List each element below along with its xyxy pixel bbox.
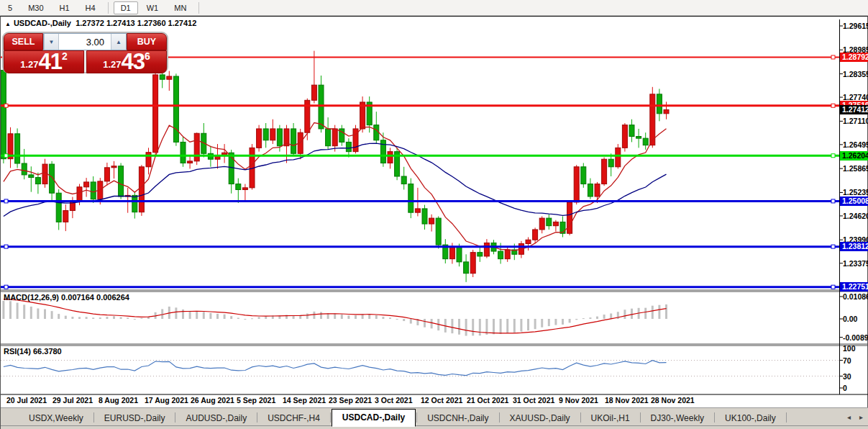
date-tick-label: 31 Oct 2021: [513, 396, 554, 405]
timeframe-toolbar: 5M30H1H4D1W1MN: [0, 0, 868, 16]
candle: [332, 129, 337, 146]
macd-indicator-label: MACD(12,26,9) 0.007164 0.006264: [4, 293, 129, 302]
chart-canvas: [1, 17, 868, 407]
candle: [374, 125, 379, 140]
line-handle[interactable]: [4, 104, 8, 107]
tabs-scroll-right-icon[interactable]: ▸: [859, 413, 863, 421]
toolbar-separator: [198, 2, 199, 14]
tabs-scroll-left-icon[interactable]: ◂: [847, 413, 851, 421]
candle: [291, 129, 296, 153]
toolbar-separator: [108, 2, 109, 14]
rsi-indicator-label: RSI(14) 66.3780: [4, 347, 62, 356]
price-badge: 1.26204: [840, 151, 868, 161]
date-tick-label: 8 Aug 2021: [99, 396, 138, 405]
line-handle[interactable]: [831, 199, 835, 203]
date-tick-label: 17 Aug 2021: [145, 396, 188, 405]
symbol-tab-UK100[interactable]: UK100-,Daily: [716, 410, 785, 425]
timeframe-button-H1[interactable]: H1: [52, 1, 77, 14]
timeframe-button-MN[interactable]: MN: [167, 1, 193, 14]
symbol-tab-XAUUSD[interactable]: XAUUSD-,Daily: [501, 410, 580, 425]
line-handle[interactable]: [4, 154, 8, 158]
candle: [91, 182, 96, 199]
line-handle[interactable]: [831, 55, 835, 59]
macd-tick-label: -0.008974: [843, 333, 868, 342]
price-tick-label: 1.26495: [843, 140, 868, 149]
symbol-tab-USDX[interactable]: USDX,Weekly: [19, 410, 93, 425]
chevron-up-icon: ▲: [116, 39, 122, 45]
candle: [181, 142, 186, 163]
candle: [629, 125, 634, 137]
rsi-tick-label: 70: [843, 356, 851, 365]
timeframe-button-W1[interactable]: W1: [140, 1, 166, 14]
buy-price-main: 43: [122, 51, 145, 72]
buy-button[interactable]: BUY: [127, 33, 167, 50]
sell-price-display[interactable]: 1.27412: [4, 50, 84, 73]
line-handle[interactable]: [4, 245, 8, 248]
timeframe-button-M30[interactable]: M30: [21, 1, 50, 14]
candle: [415, 209, 420, 212]
tab-separator: [257, 412, 257, 423]
date-tick-label: 18 Nov 2021: [605, 396, 649, 405]
candle: [194, 133, 199, 161]
date-tick-label: 12 Oct 2021: [421, 396, 462, 405]
candle: [547, 218, 552, 226]
candle: [650, 94, 655, 145]
candle: [139, 167, 144, 212]
candle: [643, 138, 648, 145]
symbol-tab-USDCAD[interactable]: USDCAD-,Daily: [332, 409, 416, 427]
collapse-arrow-icon[interactable]: ▲: [5, 21, 11, 27]
candle: [401, 176, 406, 184]
candle: [84, 182, 89, 187]
candle: [188, 161, 193, 163]
line-handle[interactable]: [831, 154, 835, 158]
date-tick-label: 14 Sep 2021: [283, 396, 326, 405]
chart-window: ▲USDCAD-,Daily 1.27372 1.27413 1.27360 1…: [0, 16, 868, 429]
line-handle[interactable]: [831, 104, 835, 107]
symbol-tab-EURUSD[interactable]: EURUSD-,Daily: [95, 410, 175, 425]
sell-price-main: 41: [39, 51, 62, 72]
timeframe-button-5[interactable]: 5: [1, 1, 19, 14]
candle: [457, 247, 462, 262]
chart-ohlc-values: 1.27372 1.27413 1.27360 1.27412: [76, 19, 196, 27]
candle: [484, 243, 489, 256]
line-handle[interactable]: [831, 285, 835, 289]
date-tick-label: 20 Jul 2021: [6, 396, 47, 405]
candle: [104, 168, 109, 181]
candle: [616, 148, 621, 166]
sell-price-prefix: 1.27: [20, 58, 38, 72]
candle: [408, 184, 414, 213]
sell-button[interactable]: SELL: [4, 33, 43, 50]
line-handle[interactable]: [4, 285, 8, 289]
buy-price-display[interactable]: 1.27436: [86, 50, 167, 73]
date-tick-label: 5 Sep 2021: [237, 396, 275, 405]
volume-stepper: ▼ 3.00 ▲: [43, 33, 127, 50]
symbol-tab-USDCNH[interactable]: USDCNH-,Daily: [418, 410, 498, 425]
date-tick-label: 23 Sep 2021: [329, 396, 372, 405]
candle: [63, 211, 68, 222]
candle: [22, 163, 27, 175]
rsi-group: [1, 361, 840, 376]
buy-price-pip: 6: [145, 53, 150, 60]
candle: [622, 125, 627, 148]
candle: [449, 247, 454, 259]
candle: [257, 129, 262, 148]
candle: [15, 134, 20, 163]
symbol-tab-UKOil[interactable]: UKOil-,H1: [582, 410, 639, 425]
timeframe-button-D1[interactable]: D1: [114, 1, 138, 14]
symbol-tab-USDCHF[interactable]: USDCHF-,H4: [258, 410, 329, 425]
symbol-tab-AUDUSD[interactable]: AUDUSD-,Daily: [176, 410, 256, 425]
tab-separator: [93, 412, 94, 423]
price-tick-label: 1.25235: [843, 188, 868, 197]
candle: [664, 109, 669, 113]
volume-value[interactable]: 3.00: [59, 34, 111, 50]
timeframe-button-H4[interactable]: H4: [78, 1, 103, 14]
candle: [380, 140, 385, 163]
line-handle[interactable]: [4, 199, 8, 203]
symbol-tab-DJ30[interactable]: DJ30-,Weekly: [641, 410, 713, 425]
candle: [242, 188, 247, 190]
volume-decrease-button[interactable]: ▼: [44, 34, 59, 50]
price-tick-label: 1.29615: [843, 22, 868, 30]
volume-increase-button[interactable]: ▲: [111, 34, 126, 50]
line-handle[interactable]: [831, 245, 835, 248]
price-badge: 1.23812: [840, 242, 868, 251]
